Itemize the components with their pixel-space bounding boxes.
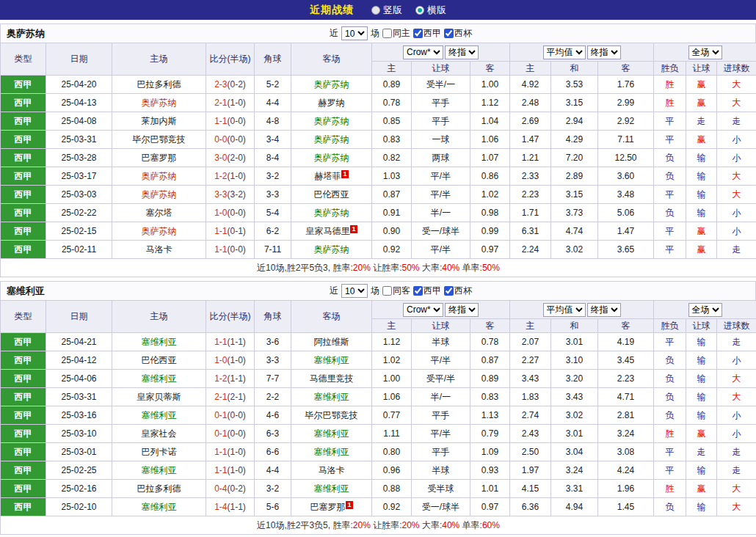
recent-count-select[interactable]: 10 xyxy=(341,26,368,40)
away-team-name[interactable]: 塞维利亚 xyxy=(314,428,349,439)
avg-stage-select[interactable]: 终指 xyxy=(587,303,621,317)
home-team-name[interactable]: 奥萨苏纳 xyxy=(142,98,177,108)
away-team-name[interactable]: 赫塔菲 xyxy=(314,171,341,181)
home-team-name[interactable]: 巴拉多利德 xyxy=(137,483,181,494)
result-goals-cell: 小 xyxy=(717,351,756,370)
sub-col-header: 让球 xyxy=(412,62,470,76)
checkbox-input[interactable] xyxy=(413,29,423,38)
odds-away-cell: 1.06 xyxy=(470,131,510,149)
home-team-name[interactable]: 巴列卡诺 xyxy=(142,447,177,457)
checkbox-input[interactable] xyxy=(382,286,392,296)
filter-checkbox-西甲[interactable]: 西甲 xyxy=(413,285,441,297)
result-goals-cell: 大 xyxy=(717,388,756,406)
date-cell: 25-02-22 xyxy=(46,204,112,222)
home-team-name[interactable]: 塞维利亚 xyxy=(142,465,177,475)
away-team-name[interactable]: 塞维利亚 xyxy=(314,355,349,365)
avg-source-select[interactable]: 平均值 xyxy=(543,45,586,59)
away-team-name[interactable]: 奥萨苏纳 xyxy=(314,116,349,126)
result-goals-cell: 大 xyxy=(717,370,756,388)
checkbox-input[interactable] xyxy=(444,29,454,38)
avg-source-select[interactable]: 平均值 xyxy=(543,303,586,317)
fulltime-score: 1-0 xyxy=(214,208,227,218)
away-team-name[interactable]: 皇家马德里 xyxy=(305,226,349,236)
recent-label: 近 xyxy=(330,285,338,297)
home-team-name[interactable]: 奥萨苏纳 xyxy=(142,171,177,181)
result-handicap-cell: 输 xyxy=(686,167,717,186)
away-team-name[interactable]: 奥萨苏纳 xyxy=(314,79,349,90)
home-team-name[interactable]: 毕尔巴鄂竞技 xyxy=(133,134,186,145)
odds-company-select[interactable]: Crow* xyxy=(403,45,443,59)
halftime-score: (0-0) xyxy=(228,244,246,255)
away-team-name[interactable]: 阿拉维斯 xyxy=(314,337,349,347)
away-team-name[interactable]: 奥萨苏纳 xyxy=(314,153,349,163)
home-team-name[interactable]: 莱加内斯 xyxy=(142,116,177,126)
result-handicap-cell: 输 xyxy=(686,351,717,370)
league-badge: 西甲 xyxy=(1,76,46,94)
radio-horizontal-layout[interactable]: 横版 xyxy=(415,4,446,17)
halftime-score: (1-0) xyxy=(228,447,246,457)
radio-vertical-layout[interactable]: 竖版 xyxy=(371,4,402,17)
halftime-score: (1-0) xyxy=(228,98,246,108)
odds-stage-select[interactable]: 终指 xyxy=(445,45,479,59)
score-cell: 1-1(1-0) xyxy=(206,461,255,480)
red-card-badge: 1 xyxy=(346,501,352,509)
home-team-name[interactable]: 塞维利亚 xyxy=(142,373,177,384)
filter-checkbox-西杯[interactable]: 西杯 xyxy=(444,27,472,40)
odds-stage-select[interactable]: 终指 xyxy=(445,303,479,317)
checkbox-input[interactable] xyxy=(444,286,454,296)
handicap-cell: 受一/球半 xyxy=(412,222,470,241)
away-team-cell: 巴伦西亚 xyxy=(291,186,372,204)
filter-checkbox-西杯[interactable]: 西杯 xyxy=(444,285,472,297)
avg-stage-select[interactable]: 终指 xyxy=(587,45,621,59)
away-team-name[interactable]: 马洛卡 xyxy=(319,465,345,475)
away-team-name[interactable]: 奥萨苏纳 xyxy=(314,134,349,145)
checkbox-input[interactable] xyxy=(413,286,423,296)
home-team-name[interactable]: 皇家贝蒂斯 xyxy=(137,392,181,402)
result-handicap-cell: 赢 xyxy=(686,241,717,259)
home-team-name[interactable]: 塞维利亚 xyxy=(142,410,177,420)
summary-cell: 近10场,胜2平5负3, 胜率:20% 让胜率:50% 大率:40% 单率:50… xyxy=(1,259,756,277)
away-team-name[interactable]: 塞维利亚 xyxy=(314,447,349,457)
away-team-name[interactable]: 毕尔巴鄂竞技 xyxy=(305,410,358,420)
home-team-name[interactable]: 巴塞罗那 xyxy=(142,153,177,163)
away-team-name[interactable]: 塞维利亚 xyxy=(314,483,349,494)
home-team-name[interactable]: 皇家社会 xyxy=(142,428,177,439)
corner-cell: 4-8 xyxy=(255,112,291,131)
filter-checkbox-西甲[interactable]: 西甲 xyxy=(413,27,441,40)
home-team-name[interactable]: 巴拉多利德 xyxy=(137,79,181,90)
table-row: 西甲25-03-10皇家社会0-1(0-0)6-3塞维利亚1.11平/半0.79… xyxy=(1,425,756,443)
checkbox-input[interactable] xyxy=(382,29,392,38)
odds-company-select[interactable]: Crow* xyxy=(403,303,443,317)
odds-away-cell: 0.89 xyxy=(470,370,510,388)
table-row: 西甲25-04-13奥萨苏纳2-1(1-0)4-4赫罗纳0.78平手1.122.… xyxy=(1,94,756,112)
corner-cell: 3-2 xyxy=(255,480,291,498)
result-wdl-cell: 负 xyxy=(654,406,686,425)
date-cell: 25-03-16 xyxy=(46,406,112,425)
recent-count-select[interactable]: 10 xyxy=(341,284,368,298)
home-team-name[interactable]: 塞维利亚 xyxy=(142,502,177,512)
home-team-cell: 巴拉多利德 xyxy=(112,76,206,94)
home-team-name[interactable]: 奥萨苏纳 xyxy=(142,189,177,200)
odds-home-cell: 0.89 xyxy=(372,76,412,94)
home-team-name[interactable]: 塞维利亚 xyxy=(142,337,177,347)
handicap-cell: 受平/半 xyxy=(412,370,470,388)
home-team-name[interactable]: 奥萨苏纳 xyxy=(142,226,177,236)
away-team-name[interactable]: 巴塞罗那 xyxy=(310,502,345,512)
home-team-name[interactable]: 塞尔塔 xyxy=(146,208,172,218)
home-team-name[interactable]: 巴伦西亚 xyxy=(142,355,177,365)
filter-checkbox-同客[interactable]: 同客 xyxy=(382,285,410,297)
fulltime-select[interactable]: 全场 xyxy=(688,303,722,317)
home-team-name[interactable]: 马洛卡 xyxy=(146,244,172,255)
away-team-name[interactable]: 塞维利亚 xyxy=(314,392,349,402)
away-team-name[interactable]: 奥萨苏纳 xyxy=(314,208,349,218)
summary-cell: 近10场,胜2平3负5, 胜率:20% 让胜率:20% 大率:40% 单率:60… xyxy=(1,516,756,535)
away-team-name[interactable]: 马德里竞技 xyxy=(310,373,354,384)
result-wdl-cell: 平 xyxy=(654,131,686,149)
away-team-name[interactable]: 奥萨苏纳 xyxy=(314,244,349,255)
filter-checkbox-同主[interactable]: 同主 xyxy=(382,27,410,40)
fulltime-select[interactable]: 全场 xyxy=(688,45,722,59)
result-wdl-cell: 平 xyxy=(654,333,686,351)
away-team-name[interactable]: 巴伦西亚 xyxy=(314,189,349,200)
summary-label: 近10场,胜2平3负5, 胜率: xyxy=(257,520,353,530)
away-team-name[interactable]: 赫罗纳 xyxy=(319,98,345,108)
